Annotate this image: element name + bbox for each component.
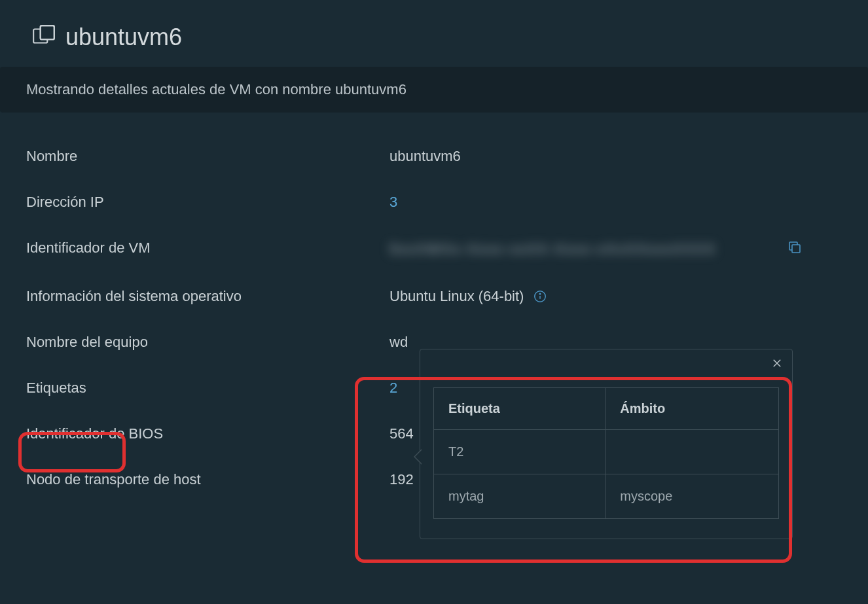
page-header: ubuntuvm6 <box>0 0 868 67</box>
cell-tag: T2 <box>434 430 606 474</box>
copy-icon[interactable] <box>787 240 803 259</box>
cell-scope <box>606 430 779 474</box>
popover-arrow <box>414 449 422 465</box>
detail-row-os: Información del sistema operativo Ubuntu… <box>26 274 842 319</box>
svg-rect-1 <box>41 26 54 39</box>
detail-row-name: Nombre ubuntuvm6 <box>26 133 842 179</box>
table-row: T2 <box>434 430 779 474</box>
detail-row-ip: Dirección IP 3 <box>26 179 842 225</box>
bios-label: Identificador de BIOS <box>26 425 389 442</box>
os-label: Información del sistema operativo <box>26 288 389 305</box>
th-scope: Ámbito <box>606 388 779 430</box>
cell-tag: mytag <box>434 474 606 519</box>
vmid-label: Identificador de VM <box>26 240 389 259</box>
os-value: Ubuntu Linux (64-bit) <box>389 288 524 305</box>
ip-label: Dirección IP <box>26 194 389 211</box>
hostname-label: Nombre del equipo <box>26 334 389 351</box>
vmid-value-container: 5xxXWXx-Xxxx-xxXX-Xxxx-xXxXXxxxXXXX <box>389 240 842 259</box>
ip-value[interactable]: 3 <box>389 194 842 211</box>
tags-label: Etiquetas <box>26 380 389 397</box>
th-tag: Etiqueta <box>434 388 606 430</box>
info-icon[interactable] <box>533 289 547 304</box>
close-icon[interactable] <box>771 357 783 372</box>
name-label: Nombre <box>26 148 389 165</box>
subtitle-bar: Mostrando detalles actuales de VM con no… <box>0 67 868 113</box>
detail-row-vmid: Identificador de VM 5xxXWXx-Xxxx-xxXX-Xx… <box>26 225 842 274</box>
vmid-value: 5xxXWXx-Xxxx-xxXX-Xxxx-xXxXXxxxXXXX <box>389 241 716 258</box>
svg-point-6 <box>540 294 541 294</box>
tags-table: Etiqueta Ámbito T2 mytag myscope <box>433 387 779 519</box>
vm-icon <box>31 24 56 51</box>
os-value-container: Ubuntu Linux (64-bit) <box>389 288 842 305</box>
transport-label: Nodo de transporte de host <box>26 471 389 488</box>
table-row: mytag myscope <box>434 474 779 519</box>
tags-popover: Etiqueta Ámbito T2 mytag myscope <box>420 349 793 539</box>
cell-scope: myscope <box>606 474 779 519</box>
page-title: ubuntuvm6 <box>65 24 182 51</box>
name-value: ubuntuvm6 <box>389 148 842 165</box>
svg-rect-3 <box>792 245 800 253</box>
